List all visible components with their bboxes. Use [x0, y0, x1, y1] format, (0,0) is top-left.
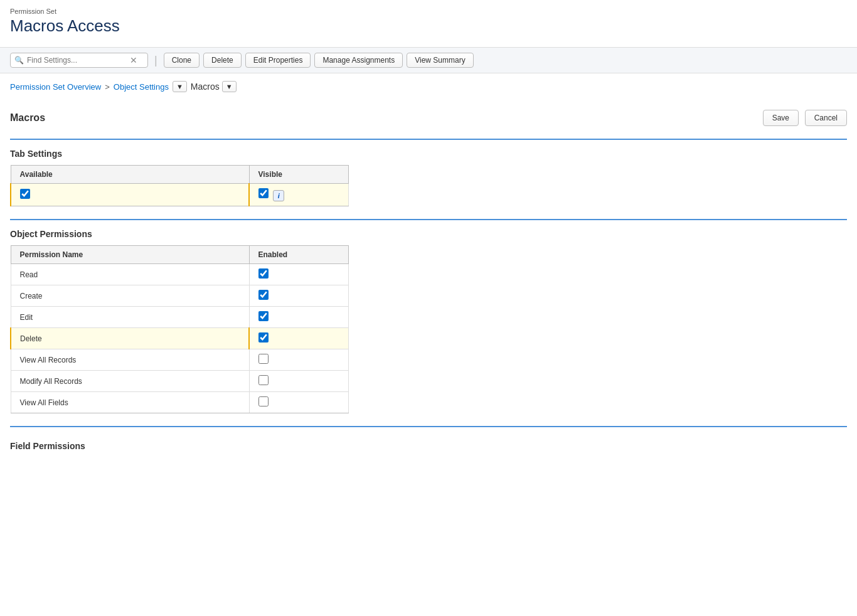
tab-visible-checkbox[interactable]	[258, 188, 269, 198]
tab-settings-row: i	[11, 184, 349, 206]
permission-set-label: Permission Set	[10, 8, 847, 15]
object-settings-link[interactable]: Object Settings	[114, 82, 169, 92]
permission-enabled-cell	[249, 264, 349, 285]
object-permissions-section: Object Permissions Permission Name Enabl…	[10, 229, 847, 413]
permission-name-cell: Read	[11, 264, 249, 285]
table-row: Read	[11, 264, 349, 285]
field-permissions-divider	[10, 426, 847, 427]
permission-enabled-checkbox[interactable]	[258, 268, 269, 279]
permission-enabled-cell	[249, 328, 349, 349]
field-permissions-section: Field Permissions	[10, 436, 847, 454]
object-permissions-divider	[10, 219, 847, 220]
current-page-dropdown[interactable]: ▼	[222, 81, 237, 92]
permission-enabled-checkbox[interactable]	[258, 375, 269, 385]
permission-enabled-cell	[249, 307, 349, 328]
permission-enabled-checkbox[interactable]	[258, 311, 269, 321]
macros-section-title: Macros	[10, 112, 45, 124]
permission-name-cell: Edit	[11, 307, 249, 328]
perm-col-name: Permission Name	[11, 246, 249, 264]
breadcrumb-current: Macros ▼	[191, 81, 237, 92]
permission-name-cell: Create	[11, 285, 249, 307]
breadcrumb: Permission Set Overview > Object Setting…	[0, 73, 857, 100]
search-icon: 🔍	[14, 56, 24, 65]
table-row: View All Fields	[11, 392, 349, 413]
breadcrumb-separator: >	[105, 82, 110, 92]
perm-col-enabled: Enabled	[249, 246, 349, 264]
tab-visible-cell: i	[249, 184, 349, 206]
object-settings-dropdown[interactable]: ▼	[173, 81, 187, 92]
search-clear-icon[interactable]: ✕	[130, 55, 137, 65]
section-header: Macros Save Cancel	[10, 110, 847, 131]
tab-col-visible: Visible	[249, 166, 349, 184]
permission-enabled-cell	[249, 285, 349, 307]
tab-settings-table: Available Visible i	[10, 165, 349, 206]
tab-available-cell	[11, 184, 249, 206]
save-button[interactable]: Save	[763, 110, 799, 126]
search-wrapper: 🔍 ✕	[10, 53, 148, 68]
field-permissions-title: Field Permissions	[10, 436, 847, 454]
page-title: Macros Access	[10, 16, 847, 36]
search-input[interactable]	[27, 56, 127, 65]
permission-name-cell: Modify All Records	[11, 371, 249, 392]
edit-properties-button[interactable]: Edit Properties	[245, 53, 311, 68]
permission-set-overview-link[interactable]: Permission Set Overview	[10, 82, 101, 92]
object-permissions-table: Permission Name Enabled ReadCreateEditDe…	[10, 245, 349, 413]
info-icon[interactable]: i	[273, 190, 284, 201]
permission-enabled-checkbox[interactable]	[258, 354, 269, 364]
permission-enabled-cell	[249, 371, 349, 392]
permission-enabled-checkbox[interactable]	[258, 290, 269, 300]
manage-assignments-button[interactable]: Manage Assignments	[314, 53, 403, 68]
permission-name-cell: View All Records	[11, 349, 249, 371]
table-row: Modify All Records	[11, 371, 349, 392]
table-row: Edit	[11, 307, 349, 328]
permission-enabled-checkbox[interactable]	[258, 332, 269, 343]
delete-button[interactable]: Delete	[203, 53, 242, 68]
view-summary-button[interactable]: View Summary	[407, 53, 473, 68]
toolbar-divider: |	[154, 54, 157, 67]
permission-name-cell: View All Fields	[11, 392, 249, 413]
permission-enabled-checkbox[interactable]	[258, 396, 269, 406]
tab-available-checkbox[interactable]	[20, 189, 30, 199]
header-divider	[10, 139, 847, 140]
tab-settings-header-row: Available Visible	[11, 166, 349, 184]
object-permissions-header-row: Permission Name Enabled	[11, 246, 349, 264]
table-row: View All Records	[11, 349, 349, 371]
tab-settings-section: Tab Settings Available Visible i	[10, 149, 847, 206]
permission-enabled-cell	[249, 392, 349, 413]
clone-button[interactable]: Clone	[164, 53, 200, 68]
table-row: Create	[11, 285, 349, 307]
permission-enabled-cell	[249, 349, 349, 371]
tab-col-available: Available	[11, 166, 249, 184]
tab-settings-title: Tab Settings	[10, 149, 847, 159]
object-permissions-title: Object Permissions	[10, 229, 847, 239]
permission-name-cell: Delete	[11, 328, 249, 349]
toolbar: 🔍 ✕ | Clone Delete Edit Properties Manag…	[0, 48, 857, 73]
table-row: Delete	[11, 328, 349, 349]
section-actions: Save Cancel	[759, 110, 847, 126]
cancel-button[interactable]: Cancel	[805, 110, 847, 126]
main-content: Macros Save Cancel Tab Settings Availabl…	[0, 100, 857, 476]
page-header: Permission Set Macros Access	[0, 0, 857, 48]
